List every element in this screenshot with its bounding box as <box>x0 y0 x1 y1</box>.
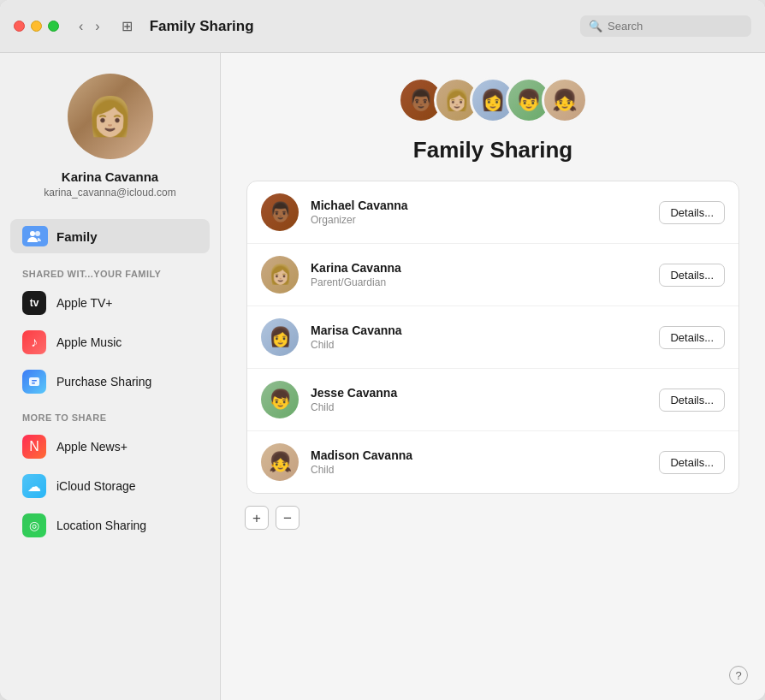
help-button[interactable]: ? <box>729 666 748 685</box>
remove-member-button[interactable]: − <box>276 506 299 530</box>
titlebar: ‹ › ⊞ Family Sharing 🔍 <box>0 0 765 53</box>
family-icon <box>22 226 48 246</box>
window-title: Family Sharing <box>150 18 572 35</box>
member-name: Marisa Cavanna <box>311 323 647 337</box>
sidebar-item-purchase-label: Purchase Sharing <box>56 375 151 389</box>
search-input[interactable] <box>608 20 736 33</box>
member-avatar-michael: 👨🏾 <box>261 193 299 231</box>
svg-rect-4 <box>32 383 35 384</box>
family-section: Family SHARED WIT...YOUR FAMILY tv Apple… <box>0 219 220 546</box>
family-avatars-row <box>398 77 588 123</box>
member-name: Jesse Cavanna <box>311 386 647 400</box>
member-avatar-madison: 👧 <box>261 443 299 481</box>
sidebar-item-applenews[interactable]: N Apple News+ <box>10 428 210 466</box>
details-button-marisa[interactable]: Details... <box>659 326 725 349</box>
more-section-label: MORE TO SHARE <box>10 412 210 423</box>
member-info-madison: Madison Cavanna Child <box>311 448 647 476</box>
profile-emoji: 👩🏼 <box>86 94 133 139</box>
table-row: 👩 Marisa Cavanna Child Details... <box>247 306 738 369</box>
sidebar-item-purchase[interactable]: Purchase Sharing <box>10 363 210 400</box>
sidebar-item-applemusic-label: Apple Music <box>56 335 122 349</box>
member-name: Madison Cavanna <box>311 448 647 462</box>
member-name: Karina Cavanna <box>311 261 647 275</box>
member-role: Child <box>311 401 647 413</box>
forward-button[interactable]: › <box>91 17 104 36</box>
back-button[interactable]: ‹ <box>74 17 87 36</box>
svg-point-1 <box>35 231 40 236</box>
svg-rect-3 <box>32 380 37 382</box>
purchase-icon <box>22 370 46 394</box>
avatar-madison <box>542 77 588 123</box>
member-info-michael: Michael Cavanna Organizer <box>311 199 647 226</box>
close-button[interactable] <box>14 21 25 32</box>
svg-rect-2 <box>29 377 39 386</box>
member-avatar-karina: 👩🏼 <box>261 256 299 294</box>
svg-point-0 <box>30 231 35 236</box>
member-info-karina: Karina Cavanna Parent/Guardian <box>311 261 647 288</box>
profile-email: karina_cavanna@icloud.com <box>44 187 175 199</box>
member-role: Parent/Guardian <box>311 276 647 288</box>
nav-buttons: ‹ › <box>74 17 104 36</box>
sidebar-item-icloud-label: iCloud Storage <box>56 479 136 493</box>
members-list: 👨🏾 Michael Cavanna Organizer Details... … <box>246 181 739 494</box>
sidebar-item-appletv[interactable]: tv Apple TV+ <box>10 284 210 322</box>
details-button-michael[interactable]: Details... <box>659 201 725 224</box>
main-panel-wrapper: Family Sharing 👨🏾 Michael Cavanna Organi… <box>221 53 765 700</box>
profile-name: Karina Cavanna <box>62 169 158 184</box>
member-role: Child <box>311 339 647 351</box>
shared-section-label: SHARED WIT...YOUR FAMILY <box>10 269 210 279</box>
table-row: 👦 Jesse Cavanna Child Details... <box>247 369 738 431</box>
avatar: 👩🏼 <box>68 74 153 159</box>
details-button-madison[interactable]: Details... <box>659 451 725 474</box>
sidebar-item-location-label: Location Sharing <box>56 519 146 532</box>
member-name: Michael Cavanna <box>311 199 647 212</box>
applenews-icon: N <box>22 435 46 459</box>
search-icon: 🔍 <box>589 20 602 33</box>
panel-title: Family Sharing <box>413 137 572 163</box>
main-panel: Family Sharing 👨🏾 Michael Cavanna Organi… <box>221 53 765 700</box>
bottom-actions: + − <box>245 506 299 530</box>
sidebar-item-location[interactable]: ◎ Location Sharing <box>10 507 210 544</box>
family-button-label: Family <box>56 229 98 244</box>
minimize-button[interactable] <box>31 21 42 32</box>
member-role: Organizer <box>311 214 647 226</box>
member-info-jesse: Jesse Cavanna Child <box>311 386 647 413</box>
family-button[interactable]: Family <box>10 219 210 253</box>
add-member-button[interactable]: + <box>245 506 269 530</box>
sidebar-item-applenews-label: Apple News+ <box>56 440 128 454</box>
search-bar[interactable]: 🔍 <box>580 15 751 37</box>
table-row: 👨🏾 Michael Cavanna Organizer Details... <box>247 181 738 244</box>
grid-button[interactable]: ⊞ <box>116 16 138 36</box>
applemusic-icon: ♪ <box>22 330 46 354</box>
details-button-jesse[interactable]: Details... <box>659 389 725 412</box>
sidebar: 👩🏼 Karina Cavanna karina_cavanna@icloud.… <box>0 53 221 700</box>
details-button-karina[interactable]: Details... <box>659 264 725 287</box>
member-info-marisa: Marisa Cavanna Child <box>311 323 647 351</box>
traffic-lights <box>14 21 59 32</box>
sidebar-item-icloud[interactable]: ☁ iCloud Storage <box>10 467 210 505</box>
location-icon: ◎ <box>22 513 46 537</box>
member-avatar-marisa: 👩 <box>261 318 299 356</box>
sidebar-item-appletv-label: Apple TV+ <box>56 296 113 310</box>
maximize-button[interactable] <box>48 21 59 32</box>
member-avatar-jesse: 👦 <box>261 381 299 418</box>
table-row: 👧 Madison Cavanna Child Details... <box>247 431 738 493</box>
icloud-icon: ☁ <box>22 474 46 498</box>
table-row: 👩🏼 Karina Cavanna Parent/Guardian Detail… <box>247 244 738 306</box>
appletv-icon: tv <box>22 291 46 315</box>
main-content: 👩🏼 Karina Cavanna karina_cavanna@icloud.… <box>0 53 765 700</box>
member-role: Child <box>311 464 647 476</box>
sidebar-item-applemusic[interactable]: ♪ Apple Music <box>10 323 210 361</box>
main-window: ‹ › ⊞ Family Sharing 🔍 👩🏼 Karina Cavanna… <box>0 0 765 700</box>
